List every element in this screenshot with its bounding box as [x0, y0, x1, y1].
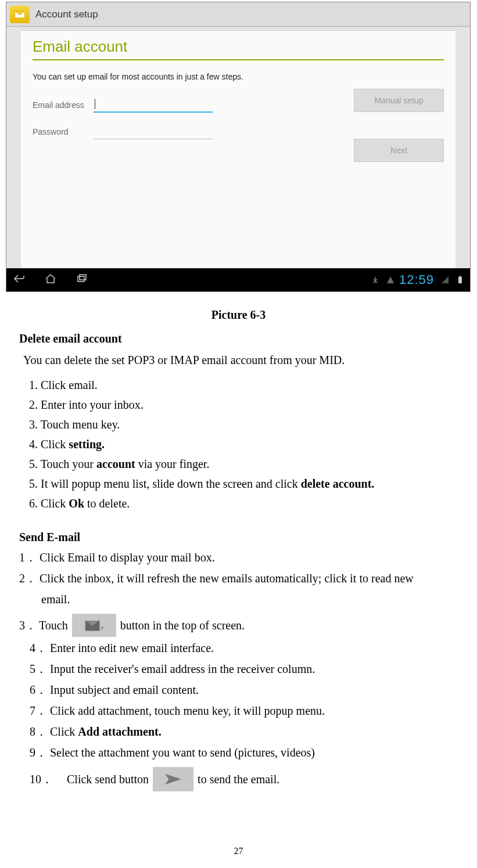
step-text: Click email. [41, 379, 98, 391]
step-num: 4. [29, 438, 38, 451]
step-text: Touch menu key. [41, 418, 120, 431]
manual-setup-button[interactable]: Manual setup [354, 89, 444, 112]
step-text: via your finger. [135, 458, 210, 470]
next-button[interactable]: Next [354, 139, 444, 162]
app-body: Email account You can set up email for m… [21, 30, 456, 272]
step-text: to delete. [84, 497, 130, 510]
step-num: 5. [29, 477, 38, 490]
step-num: 1． [19, 551, 37, 564]
step-text: Enter into your inbox. [41, 398, 144, 411]
step-text: Input the receiver's email address in th… [50, 662, 315, 675]
list-item: 5. Touch your account via your finger. [29, 454, 477, 474]
status-clock: 12:59 [399, 272, 434, 287]
step-num: 9． [30, 746, 47, 759]
document-body: Picture 6-3 Delete email account You can… [0, 292, 477, 791]
password-label: Password [33, 127, 94, 136]
delete-steps: 1. Click email.2. Enter into your inbox.… [29, 375, 477, 513]
svg-rect-0 [78, 276, 84, 282]
step-num: 3． [19, 615, 37, 635]
step-bold: Add attachment. [78, 725, 161, 738]
step-bold: setting. [69, 438, 105, 451]
step-num: 2. [29, 398, 38, 411]
signal-icon [439, 273, 449, 287]
android-screenshot: Account setup Email account You can set … [6, 2, 471, 292]
step-num: 4． [30, 642, 47, 654]
step-text: Click add attachment, touch menu key, it… [50, 704, 325, 717]
step-num: 7． [30, 704, 47, 717]
download-icon [369, 273, 379, 287]
back-icon[interactable] [12, 273, 26, 287]
step-text: Input subject and email content. [50, 683, 199, 696]
email-app-icon [10, 6, 30, 23]
step-num: 3. [29, 418, 38, 431]
nav-bar: 12:59 [6, 268, 470, 291]
list-item: 5. It will popup menu list, slide down t… [29, 474, 477, 494]
compose-icon: + [72, 614, 116, 637]
step-num: 1. [29, 379, 38, 391]
step-text: Click Email to display your mail box. [40, 551, 215, 564]
figure-caption: Picture 6-3 [0, 308, 477, 322]
delete-intro: You can delete the set POP3 or IMAP emai… [23, 354, 477, 367]
header-title: Account setup [35, 9, 98, 20]
email-input[interactable] [94, 98, 213, 113]
send-title: Send E-mail [19, 531, 477, 544]
list-item: 3. Touch menu key. [29, 415, 477, 434]
step-num: 10． [30, 769, 64, 789]
right-buttons: Manual setup Next [354, 89, 444, 189]
step-num: 5. [29, 458, 38, 470]
delete-title: Delete email account [19, 332, 477, 345]
step-text: button in the top of screen. [120, 615, 245, 635]
step-num: 5． [30, 662, 47, 675]
step-bold: account [96, 458, 135, 470]
list-item: 6. Click Ok to delete. [29, 494, 477, 513]
battery-icon [454, 273, 464, 287]
step-text: Click [41, 497, 69, 510]
list-item: 2. Enter into your inbox. [29, 395, 477, 415]
step-num: 8． [30, 725, 47, 738]
step-text: Click [41, 438, 69, 451]
step-num: 6. [29, 497, 38, 510]
step-text: It will popup menu list, slide down the … [41, 477, 301, 490]
step-text: email. [41, 593, 70, 606]
email-label: Email address [33, 100, 94, 110]
body-title: Email account [33, 38, 444, 60]
page-number: 27 [0, 846, 477, 856]
step-text: to send the email. [198, 769, 279, 789]
notification-icon [384, 273, 394, 287]
step-text: Click the inbox, it will refresh the new… [40, 572, 414, 585]
step-text: Click [47, 725, 78, 738]
app-header: Account setup [6, 2, 470, 27]
step-num: 6． [30, 683, 47, 696]
svg-text:+: + [99, 623, 105, 633]
step-text: Enter into edit new email interface. [50, 642, 214, 654]
svg-rect-2 [458, 277, 462, 283]
step-text: Touch [39, 615, 68, 635]
send-steps: 1． Click Email to display your mail box.… [19, 548, 477, 791]
setup-hint: You can set up email for most accounts i… [33, 72, 444, 81]
svg-rect-1 [80, 275, 86, 280]
step-text: Select the attachment you want to send (… [47, 746, 315, 759]
send-icon [153, 767, 193, 791]
step-text: Touch your [41, 458, 96, 470]
home-icon[interactable] [44, 273, 58, 287]
recent-icon[interactable] [75, 273, 89, 287]
step-num: 2． [19, 572, 37, 585]
password-input[interactable] [94, 124, 213, 139]
step-text: Click send button [67, 769, 149, 789]
list-item: 1. Click email. [29, 375, 477, 395]
svg-rect-3 [460, 276, 461, 277]
list-item: 4. Click setting. [29, 434, 477, 454]
step-bold: Ok [69, 497, 84, 510]
step-bold: delete account. [301, 477, 375, 490]
